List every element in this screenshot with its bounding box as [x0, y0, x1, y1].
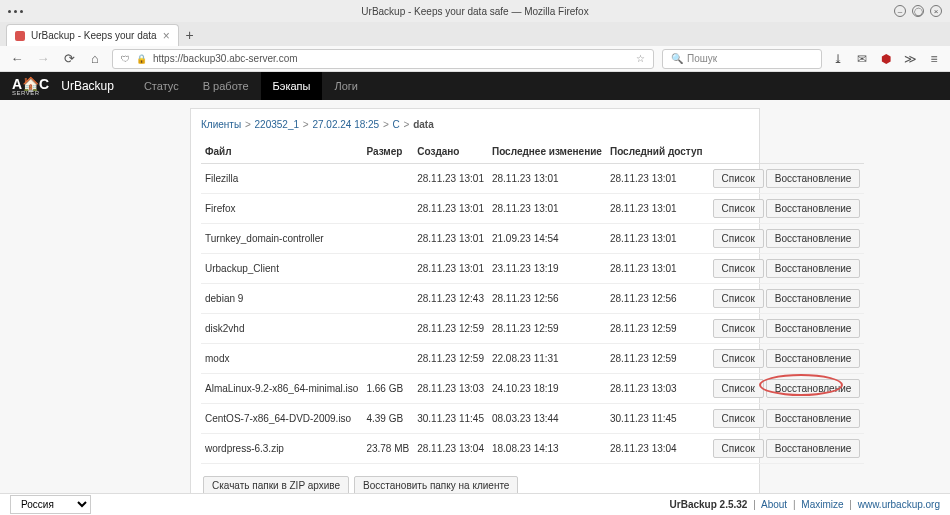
- cell-created: 28.11.23 13:04: [413, 434, 488, 464]
- nav-status[interactable]: Статус: [132, 72, 191, 100]
- favicon-icon: [15, 31, 25, 41]
- table-row: Firefox28.11.23 13:0128.11.23 13:0128.11…: [201, 194, 864, 224]
- back-button[interactable]: ←: [8, 50, 26, 68]
- footer-maximize[interactable]: Maximize: [801, 499, 843, 510]
- table-row: AlmaLinux-9.2-x86_64-minimal.iso1.66 GB2…: [201, 374, 864, 404]
- breadcrumb-clients[interactable]: Клиенты: [201, 119, 241, 130]
- footer: Россия UrBackup 2.5.32 | About | Maximiz…: [0, 493, 950, 515]
- ublock-icon[interactable]: ⬢: [878, 51, 894, 67]
- window-close-icon[interactable]: ×: [930, 5, 942, 17]
- extension-icon[interactable]: ≫: [902, 51, 918, 67]
- browser-tab-bar: UrBackup - Keeps your data × +: [0, 22, 950, 46]
- table-row: Turnkey_domain-controller28.11.23 13:012…: [201, 224, 864, 254]
- cell-filename: modx: [201, 344, 362, 374]
- cell-created: 28.11.23 13:01: [413, 164, 488, 194]
- home-button[interactable]: ⌂: [86, 50, 104, 68]
- list-button[interactable]: Список: [713, 349, 764, 368]
- table-row: disk2vhd28.11.23 12:5928.11.23 12:5928.1…: [201, 314, 864, 344]
- content-panel: Клиенты > 220352_1 > 27.02.24 18:25 > C …: [190, 108, 760, 506]
- search-placeholder: Пошук: [687, 53, 717, 64]
- breadcrumb-current: data: [413, 119, 434, 130]
- table-row: Urbackup_Client28.11.23 13:0123.11.23 13…: [201, 254, 864, 284]
- footer-about[interactable]: About: [761, 499, 787, 510]
- restore-button[interactable]: Восстановление: [766, 379, 861, 398]
- cell-accessed: 28.11.23 13:01: [606, 194, 707, 224]
- col-size: Размер: [362, 140, 413, 164]
- window-maximize-icon[interactable]: ◯: [912, 5, 924, 17]
- cell-accessed: 28.11.23 13:01: [606, 254, 707, 284]
- highlight-circle: [759, 374, 843, 396]
- cell-actions: СписокВосстановление: [707, 434, 865, 464]
- table-row: CentOS-7-x86_64-DVD-2009.iso4.39 GB30.11…: [201, 404, 864, 434]
- list-button[interactable]: Список: [713, 319, 764, 338]
- reload-button[interactable]: ⟳: [60, 50, 78, 68]
- breadcrumb-client-id[interactable]: 220352_1: [255, 119, 300, 130]
- file-table: Файл Размер Создано Последнее изменение …: [201, 140, 864, 464]
- cell-actions: СписокВосстановление: [707, 194, 865, 224]
- language-select[interactable]: Россия: [10, 495, 91, 514]
- restore-button[interactable]: Восстановление: [766, 259, 861, 278]
- col-modified: Последнее изменение: [488, 140, 606, 164]
- list-button[interactable]: Список: [713, 409, 764, 428]
- app-name: UrBackup: [61, 79, 114, 93]
- tab-close-icon[interactable]: ×: [163, 29, 170, 43]
- restore-button[interactable]: Восстановление: [766, 289, 861, 308]
- search-input[interactable]: 🔍 Пошук: [662, 49, 822, 69]
- cell-created: 28.11.23 13:01: [413, 254, 488, 284]
- table-row: wordpress-6.3.zip23.78 MB28.11.23 13:041…: [201, 434, 864, 464]
- list-button[interactable]: Список: [713, 289, 764, 308]
- cell-modified: 28.11.23 12:56: [488, 284, 606, 314]
- logo: A🏠C SERVER: [12, 77, 49, 96]
- forward-button[interactable]: →: [34, 50, 52, 68]
- restore-button[interactable]: Восстановление: [766, 439, 861, 458]
- cell-modified: 08.03.23 13:44: [488, 404, 606, 434]
- cell-actions: СписокВосстановление: [707, 224, 865, 254]
- mail-icon[interactable]: ✉: [854, 51, 870, 67]
- cell-accessed: 28.11.23 13:04: [606, 434, 707, 464]
- nav-backups[interactable]: Бэкапы: [261, 72, 323, 100]
- browser-toolbar: ← → ⟳ ⌂ 🛡 🔒 https://backup30.abc-server.…: [0, 46, 950, 72]
- table-row: modx28.11.23 12:5922.08.23 11:3128.11.23…: [201, 344, 864, 374]
- cell-actions: СписокВосстановление: [707, 374, 865, 404]
- restore-button[interactable]: Восстановление: [766, 169, 861, 188]
- cell-modified: 21.09.23 14:54: [488, 224, 606, 254]
- cell-filename: wordpress-6.3.zip: [201, 434, 362, 464]
- footer-info: UrBackup 2.5.32 | About | Maximize | www…: [670, 499, 940, 510]
- cell-accessed: 30.11.23 11:45: [606, 404, 707, 434]
- new-tab-button[interactable]: +: [179, 24, 201, 46]
- browser-tab[interactable]: UrBackup - Keeps your data ×: [6, 24, 179, 46]
- cell-created: 28.11.23 12:43: [413, 284, 488, 314]
- cell-size: [362, 254, 413, 284]
- breadcrumb-backup-time[interactable]: 27.02.24 18:25: [312, 119, 379, 130]
- cell-actions: СписокВосстановление: [707, 284, 865, 314]
- list-button[interactable]: Список: [713, 229, 764, 248]
- hamburger-icon[interactable]: ≡: [926, 51, 942, 67]
- list-button[interactable]: Список: [713, 379, 764, 398]
- list-button[interactable]: Список: [713, 199, 764, 218]
- restore-button[interactable]: Восстановление: [766, 409, 861, 428]
- breadcrumb-drive[interactable]: C: [393, 119, 400, 130]
- search-icon: 🔍: [671, 53, 683, 64]
- window-title: UrBackup - Keeps your data safe — Mozill…: [361, 6, 588, 17]
- logo-text: A🏠C: [12, 77, 49, 91]
- restore-button[interactable]: Восстановление: [766, 349, 861, 368]
- restore-button[interactable]: Восстановление: [766, 199, 861, 218]
- restore-button[interactable]: Восстановление: [766, 229, 861, 248]
- list-button[interactable]: Список: [713, 169, 764, 188]
- cell-modified: 24.10.23 18:19: [488, 374, 606, 404]
- download-icon[interactable]: ⤓: [830, 51, 846, 67]
- window-minimize-icon[interactable]: –: [894, 5, 906, 17]
- list-button[interactable]: Список: [713, 259, 764, 278]
- window-menu-dots[interactable]: [8, 10, 23, 13]
- restore-button[interactable]: Восстановление: [766, 319, 861, 338]
- nav-inprogress[interactable]: В работе: [191, 72, 261, 100]
- cell-actions: СписокВосстановление: [707, 164, 865, 194]
- bookmark-star-icon[interactable]: ☆: [636, 53, 645, 64]
- nav-logs[interactable]: Логи: [322, 72, 370, 100]
- footer-site[interactable]: www.urbackup.org: [858, 499, 940, 510]
- cell-accessed: 28.11.23 12:59: [606, 314, 707, 344]
- cell-modified: 18.08.23 14:13: [488, 434, 606, 464]
- cell-modified: 23.11.23 13:19: [488, 254, 606, 284]
- url-input[interactable]: 🛡 🔒 https://backup30.abc-server.com ☆: [112, 49, 654, 69]
- list-button[interactable]: Список: [713, 439, 764, 458]
